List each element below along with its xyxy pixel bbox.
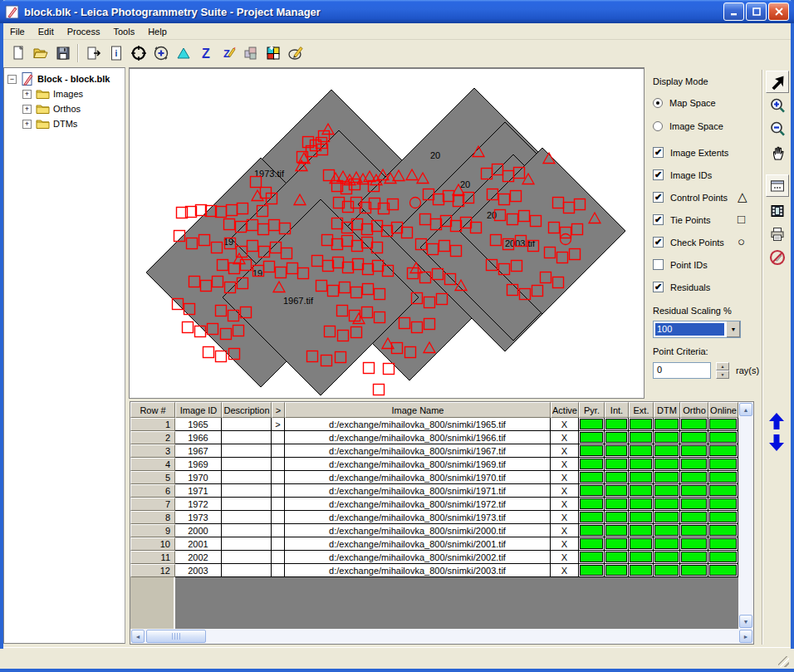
auto-tie-point-button[interactable] xyxy=(149,42,172,64)
expand-icon[interactable]: + xyxy=(22,120,32,129)
cell-status[interactable] xyxy=(654,551,680,564)
expand-icon[interactable]: + xyxy=(22,105,32,114)
cell-status[interactable] xyxy=(629,458,654,471)
cell-status[interactable] xyxy=(605,564,629,577)
maximize-button[interactable] xyxy=(746,2,767,21)
ortho-resampling-button[interactable] xyxy=(262,42,284,64)
cell-description-arrow[interactable] xyxy=(272,458,285,471)
cell-status[interactable] xyxy=(579,431,605,444)
cell-status[interactable] xyxy=(629,524,654,537)
cell-status[interactable] xyxy=(579,537,605,551)
column-header-row-[interactable]: Row # xyxy=(130,402,175,418)
image-dialog-button[interactable] xyxy=(766,174,789,197)
cell-image-name[interactable]: d:/exchange/mihailovka_800/snimki/1971.t… xyxy=(285,484,551,498)
column-header-int-[interactable]: Int. xyxy=(605,402,629,418)
cell-status[interactable] xyxy=(654,431,680,444)
zoom-out-button[interactable] xyxy=(766,117,789,140)
cell-status[interactable] xyxy=(629,498,654,511)
spin-up-icon[interactable]: ▲ xyxy=(716,362,729,370)
radio-map-space[interactable]: Map Space xyxy=(653,98,716,108)
cell-status[interactable] xyxy=(579,458,605,471)
column-header-ortho[interactable]: Ortho xyxy=(680,402,708,418)
cell-status[interactable] xyxy=(654,537,680,551)
scrollbar-thumb[interactable] xyxy=(146,630,206,643)
save-button[interactable] xyxy=(51,42,74,64)
map-view[interactable]: 1973.tif19191967.tif2020202003.tif xyxy=(129,67,645,399)
table-vertical-scrollbar[interactable]: ▲▼ xyxy=(738,402,753,629)
cell-image-id[interactable]: 2001 xyxy=(175,537,222,551)
cell-status[interactable] xyxy=(708,418,738,431)
cell-status[interactable] xyxy=(680,524,708,537)
cell-status[interactable] xyxy=(680,471,708,484)
table-horizontal-scrollbar[interactable]: ◄► xyxy=(130,629,753,644)
cell-status[interactable] xyxy=(579,498,605,511)
checkbox-image-ids[interactable]: ✔Image IDs xyxy=(653,169,712,180)
cell-status[interactable] xyxy=(605,484,629,498)
row-number[interactable]: 9 xyxy=(130,524,175,537)
column-header-description[interactable]: Description xyxy=(222,402,272,418)
column-header-image-name[interactable]: Image Name xyxy=(285,402,551,418)
cell-active[interactable]: X xyxy=(551,537,579,551)
move-row-down-button[interactable] xyxy=(768,434,785,452)
cell-status[interactable] xyxy=(680,458,708,471)
cell-description-arrow[interactable]: > xyxy=(272,418,285,431)
cell-status[interactable] xyxy=(708,431,738,444)
cell-description-arrow[interactable] xyxy=(272,511,285,524)
row-number[interactable]: 10 xyxy=(130,537,175,551)
cell-image-name[interactable]: d:/exchange/mihailovka_800/snimki/2001.t… xyxy=(285,537,551,551)
open-folder-button[interactable] xyxy=(29,42,51,64)
menu-process[interactable]: Process xyxy=(61,24,107,39)
cell-description[interactable] xyxy=(222,537,272,551)
print-button[interactable] xyxy=(766,223,789,245)
checkbox-image-extents[interactable]: ✔Image Extents xyxy=(653,147,728,158)
cell-image-id[interactable]: 2000 xyxy=(175,524,222,537)
cell-description-arrow[interactable] xyxy=(272,444,285,458)
collapse-icon[interactable]: − xyxy=(7,75,17,84)
cell-status[interactable] xyxy=(579,564,605,577)
column-header-active[interactable]: Active xyxy=(551,402,579,418)
cell-description[interactable] xyxy=(222,524,272,537)
cell-status[interactable] xyxy=(605,498,629,511)
dtm-editor-button[interactable]: Z xyxy=(217,42,239,64)
new-document-button[interactable] xyxy=(7,42,29,64)
cell-status[interactable] xyxy=(708,444,738,458)
cell-status[interactable] xyxy=(654,498,680,511)
cell-status[interactable] xyxy=(654,524,680,537)
cell-description[interactable] xyxy=(222,431,272,444)
cell-image-name[interactable]: d:/exchange/mihailovka_800/snimki/1965.t… xyxy=(285,418,551,431)
cell-status[interactable] xyxy=(579,484,605,498)
cell-status[interactable] xyxy=(605,418,629,431)
cell-status[interactable] xyxy=(708,471,738,484)
select-arrow-button[interactable] xyxy=(766,71,789,93)
cell-status[interactable] xyxy=(680,537,708,551)
cell-status[interactable] xyxy=(680,431,708,444)
cell-status[interactable] xyxy=(654,564,680,577)
cell-status[interactable] xyxy=(579,418,605,431)
tree-item-orthos[interactable]: + Orthos xyxy=(22,101,125,116)
cell-status[interactable] xyxy=(629,564,654,577)
row-number[interactable]: 7 xyxy=(130,498,175,511)
cell-status[interactable] xyxy=(605,471,629,484)
cell-status[interactable] xyxy=(708,458,738,471)
column-header-ext-[interactable]: Ext. xyxy=(629,402,654,418)
residual-scaling-combo[interactable]: 100 ▼ xyxy=(653,321,741,338)
scroll-down-icon[interactable]: ▼ xyxy=(739,615,752,628)
cell-status[interactable] xyxy=(708,564,738,577)
mosaic-editor-button[interactable] xyxy=(284,42,306,64)
cell-image-name[interactable]: d:/exchange/mihailovka_800/snimki/1967.t… xyxy=(285,444,551,458)
checkbox-icon[interactable]: ✔ xyxy=(653,169,664,180)
cell-status[interactable] xyxy=(629,418,654,431)
cell-description[interactable] xyxy=(222,444,272,458)
checkbox-icon[interactable]: ✔ xyxy=(653,214,664,225)
checkbox-residuals[interactable]: ✔Residuals xyxy=(653,282,710,292)
row-number[interactable]: 2 xyxy=(130,431,175,444)
cell-status[interactable] xyxy=(680,444,708,458)
scroll-left-icon[interactable]: ◄ xyxy=(131,630,145,643)
cell-status[interactable] xyxy=(680,484,708,498)
cell-active[interactable]: X xyxy=(551,524,579,537)
cell-status[interactable] xyxy=(708,551,738,564)
cell-image-name[interactable]: d:/exchange/mihailovka_800/snimki/1972.t… xyxy=(285,498,551,511)
cell-description-arrow[interactable] xyxy=(272,484,285,498)
chevron-down-icon[interactable]: ▼ xyxy=(726,321,740,337)
cell-active[interactable]: X xyxy=(551,444,579,458)
